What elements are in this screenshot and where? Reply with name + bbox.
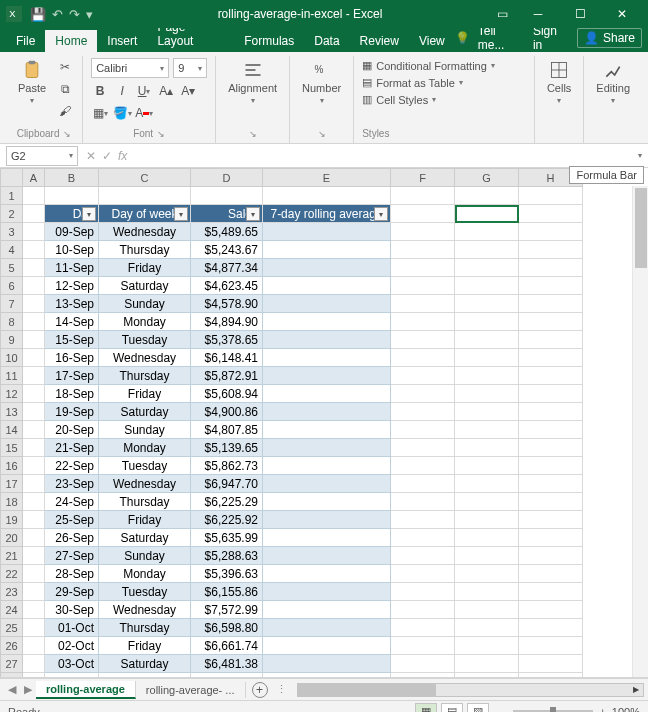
zoom-level[interactable]: 100% <box>612 706 640 713</box>
alignment-button[interactable]: Alignment ▾ <box>224 58 281 107</box>
cell[interactable] <box>519 187 583 205</box>
dialog-launcher-icon[interactable]: ↘ <box>249 129 257 139</box>
cell[interactable]: $5,378.65 <box>191 331 263 349</box>
cell[interactable] <box>263 241 391 259</box>
cell[interactable] <box>519 349 583 367</box>
cell[interactable]: Monday <box>99 565 191 583</box>
row-header[interactable]: 18 <box>1 493 23 511</box>
cell[interactable] <box>519 511 583 529</box>
cell[interactable]: $6,148.41 <box>191 349 263 367</box>
font-name-dropdown[interactable]: Calibri▾ <box>91 58 169 78</box>
dialog-launcher-icon[interactable]: ↘ <box>318 129 326 139</box>
cell[interactable] <box>455 403 519 421</box>
cell[interactable] <box>391 277 455 295</box>
cell[interactable] <box>391 223 455 241</box>
cell[interactable] <box>455 673 519 678</box>
page-layout-view-icon[interactable]: ▤ <box>441 703 463 713</box>
cell[interactable] <box>519 601 583 619</box>
fx-icon[interactable]: fx <box>118 149 127 163</box>
cell[interactable] <box>455 223 519 241</box>
cell[interactable]: Friday <box>99 385 191 403</box>
cell[interactable] <box>23 349 45 367</box>
cell[interactable]: 19-Sep <box>45 403 99 421</box>
cell[interactable] <box>455 601 519 619</box>
cell[interactable] <box>263 295 391 313</box>
cell[interactable] <box>23 241 45 259</box>
col-header-G[interactable]: G <box>455 169 519 187</box>
cell[interactable] <box>391 673 455 678</box>
name-box[interactable]: G2▾ <box>6 146 78 166</box>
horizontal-scrollbar[interactable]: ◀▶ <box>297 683 644 697</box>
col-header-F[interactable]: F <box>391 169 455 187</box>
row-header[interactable]: 4 <box>1 241 23 259</box>
cell[interactable]: Sunday <box>99 421 191 439</box>
cell[interactable] <box>519 493 583 511</box>
col-header-A[interactable]: A <box>23 169 45 187</box>
row-header[interactable]: 1 <box>1 187 23 205</box>
cell[interactable] <box>23 529 45 547</box>
cell[interactable] <box>519 583 583 601</box>
row-header[interactable]: 14 <box>1 421 23 439</box>
cell[interactable] <box>519 403 583 421</box>
undo-icon[interactable]: ↶ <box>52 7 63 22</box>
row-header[interactable]: 15 <box>1 439 23 457</box>
cell[interactable]: 02-Oct <box>45 637 99 655</box>
cell[interactable]: Wednesday <box>99 349 191 367</box>
maximize-button[interactable]: ☐ <box>560 0 600 28</box>
cell[interactable]: 23-Sep <box>45 475 99 493</box>
minimize-button[interactable]: ─ <box>518 0 558 28</box>
cell[interactable] <box>455 313 519 331</box>
cell[interactable]: $6,155.86 <box>191 583 263 601</box>
close-button[interactable]: ✕ <box>602 0 642 28</box>
worksheet-grid[interactable]: A B C D E F G H 12Day▾Day of week▾Sales▾… <box>0 168 648 678</box>
cell[interactable]: 29-Sep <box>45 583 99 601</box>
tell-me[interactable]: Tell me... <box>478 24 525 52</box>
cell[interactable] <box>23 655 45 673</box>
cell[interactable]: $4,900.86 <box>191 403 263 421</box>
cell[interactable] <box>519 241 583 259</box>
cell[interactable] <box>263 457 391 475</box>
cell[interactable] <box>99 187 191 205</box>
cell[interactable] <box>263 475 391 493</box>
cell[interactable] <box>23 295 45 313</box>
cell[interactable] <box>519 655 583 673</box>
cell[interactable] <box>99 673 191 678</box>
cell[interactable]: Tuesday <box>99 583 191 601</box>
cell[interactable]: $5,489.65 <box>191 223 263 241</box>
cell[interactable] <box>263 547 391 565</box>
qat-customize-icon[interactable]: ▾ <box>86 7 93 22</box>
sign-in-link[interactable]: Sign in <box>533 24 569 52</box>
cell[interactable]: Day▾ <box>45 205 99 223</box>
cell[interactable] <box>455 277 519 295</box>
row-header[interactable]: 28 <box>1 673 23 678</box>
cell[interactable] <box>263 187 391 205</box>
cell[interactable] <box>519 259 583 277</box>
cell[interactable] <box>519 295 583 313</box>
cell[interactable] <box>263 385 391 403</box>
cell[interactable] <box>45 673 99 678</box>
cell[interactable]: $4,894.90 <box>191 313 263 331</box>
cell[interactable]: 13-Sep <box>45 295 99 313</box>
cell[interactable]: Saturday <box>99 403 191 421</box>
cell[interactable] <box>455 565 519 583</box>
cell[interactable] <box>391 637 455 655</box>
cell[interactable]: 25-Sep <box>45 511 99 529</box>
cell[interactable] <box>263 439 391 457</box>
sheet-nav-next-icon[interactable]: ▶ <box>20 683 36 696</box>
cell[interactable] <box>519 421 583 439</box>
cell[interactable]: $5,608.94 <box>191 385 263 403</box>
fill-color-button[interactable]: 🪣▾ <box>113 104 131 122</box>
cell[interactable]: Tuesday <box>99 331 191 349</box>
cell[interactable]: 09-Sep <box>45 223 99 241</box>
cell[interactable]: 03-Oct <box>45 655 99 673</box>
cell[interactable] <box>23 187 45 205</box>
cell[interactable] <box>455 187 519 205</box>
cell[interactable] <box>519 439 583 457</box>
cell[interactable] <box>519 475 583 493</box>
cell[interactable] <box>519 673 583 678</box>
cell[interactable] <box>191 673 263 678</box>
cell[interactable] <box>391 529 455 547</box>
cell[interactable]: 12-Sep <box>45 277 99 295</box>
cancel-icon[interactable]: ✕ <box>86 149 96 163</box>
cell[interactable] <box>455 349 519 367</box>
